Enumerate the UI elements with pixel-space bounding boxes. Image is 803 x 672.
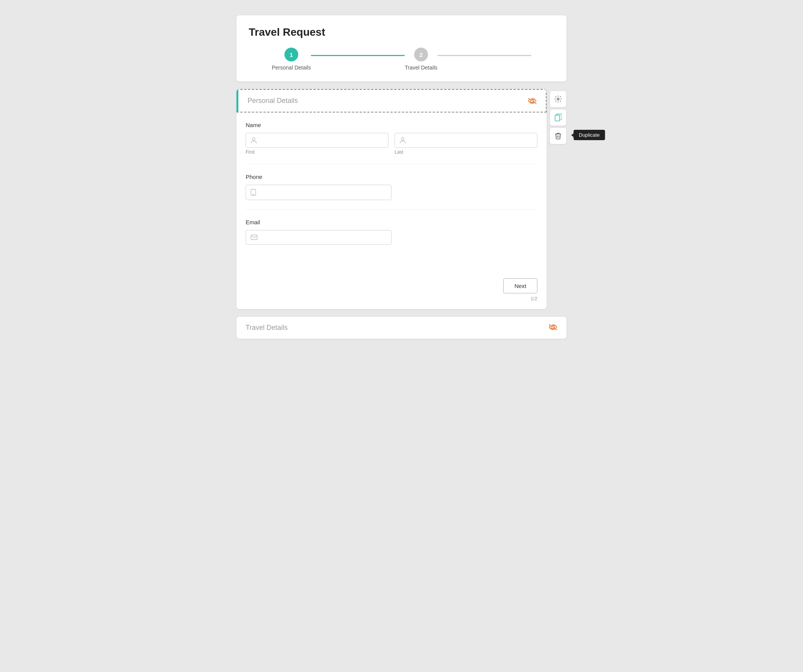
section-title: Personal Details [248, 97, 298, 105]
nav-section: Next 1/2 [236, 272, 547, 309]
phone-icon [251, 189, 256, 196]
email-input-box[interactable] [246, 230, 392, 245]
first-name-input-box[interactable] [246, 133, 388, 148]
page-indicator: 1/2 [530, 296, 537, 301]
travel-details-title: Travel Details [246, 324, 287, 332]
step-label-2: Travel Details [405, 65, 437, 71]
travel-details-card: Travel Details [236, 317, 567, 339]
line-inactive [438, 55, 532, 56]
email-field-section: Email [246, 219, 537, 254]
personal-details-card: Personal Details Name [236, 89, 547, 309]
section-header: Personal Details [236, 89, 547, 113]
svg-point-5 [557, 98, 559, 100]
svg-point-1 [402, 138, 404, 141]
travel-details-header: Travel Details [236, 317, 567, 339]
step-circle-1[interactable]: 1 [284, 48, 298, 61]
phone-input[interactable] [259, 189, 387, 195]
page-title: Travel Request [249, 26, 554, 38]
svg-rect-4 [251, 235, 257, 240]
step-1: 1 Personal Details [272, 48, 311, 71]
phone-label: Phone [246, 174, 537, 180]
step-circle-2[interactable]: 2 [414, 48, 428, 61]
first-name-sublabel: First [246, 149, 388, 155]
first-name-input[interactable] [260, 137, 383, 144]
hide-icon[interactable] [528, 98, 537, 104]
side-actions: Duplicate [550, 89, 567, 144]
duplicate-btn-wrapper: Duplicate [550, 109, 567, 126]
line-active [311, 55, 405, 56]
form-body: Name [236, 113, 547, 272]
settings-button[interactable] [550, 91, 567, 108]
last-name-input-box[interactable] [395, 133, 537, 148]
duplicate-button[interactable] [550, 109, 567, 126]
phone-input-box[interactable] [246, 185, 392, 200]
travel-details-hide-icon[interactable] [549, 324, 557, 332]
user-icon-first [251, 137, 257, 144]
delete-button[interactable] [550, 127, 567, 144]
email-label: Email [246, 219, 537, 225]
svg-rect-6 [555, 115, 560, 121]
step-2: 2 Travel Details [405, 48, 437, 71]
name-field-section: Name [246, 122, 537, 164]
step-label-1: Personal Details [272, 65, 311, 71]
page-container: Travel Request 1 Personal Details 2 Trav… [236, 15, 567, 657]
duplicate-tooltip: Duplicate [573, 130, 605, 140]
email-input[interactable] [261, 234, 387, 240]
email-icon [251, 235, 258, 240]
title-card: Travel Request 1 Personal Details 2 Trav… [236, 15, 567, 81]
user-icon-last [400, 137, 406, 144]
last-name-sublabel: Last [395, 149, 537, 155]
svg-point-0 [253, 138, 255, 141]
name-label: Name [246, 122, 537, 128]
name-row: First [246, 133, 537, 155]
section-header-actions [528, 98, 537, 104]
last-name-wrapper: Last [395, 133, 537, 155]
stepper: 1 Personal Details 2 Travel Details [249, 48, 554, 71]
next-button[interactable]: Next [503, 278, 537, 293]
personal-details-wrapper: Personal Details Name [236, 89, 567, 309]
first-name-wrapper: First [246, 133, 388, 155]
phone-field-section: Phone [246, 174, 537, 210]
last-name-input[interactable] [409, 137, 532, 144]
